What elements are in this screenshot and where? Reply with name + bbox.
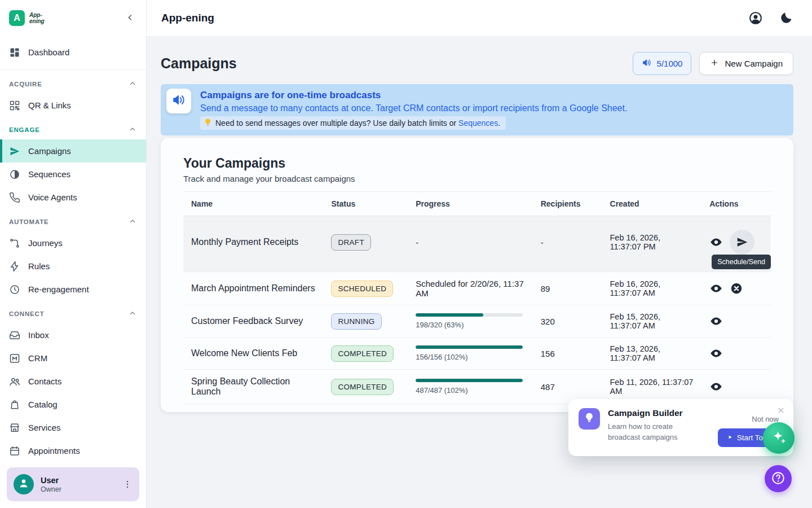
recipients-count: 320 [533, 305, 602, 338]
sidebar-item-catalog[interactable]: Catalog [0, 393, 146, 416]
sidebar-item-services[interactable]: Services [0, 416, 146, 439]
user-card[interactable]: User Owner [7, 467, 139, 501]
section-header-acquire[interactable]: ACQUIRE [0, 71, 146, 94]
sidebar-item-rules[interactable]: Rules [0, 255, 146, 278]
send-icon[interactable] [730, 230, 754, 255]
info-banner: Campaigns are for one-time broadcasts Se… [161, 84, 793, 135]
sequences-link[interactable]: Sequences [458, 119, 498, 128]
view-icon[interactable] [709, 282, 723, 295]
play-icon [727, 433, 733, 442]
section-header-connect[interactable]: CONNECT [0, 301, 146, 323]
card-subtitle: Track and manage your broadcast campaign… [183, 174, 771, 183]
progress-bar [416, 313, 523, 317]
actions-cell [701, 305, 771, 338]
sidebar-item-label: Services [28, 423, 61, 432]
clock-icon [9, 284, 20, 295]
created-date: Feb 15, 2026, 11:37:07 AM [602, 305, 702, 338]
chevron-up-icon [128, 125, 137, 135]
services-icon [9, 422, 20, 433]
sidebar-item-campaigns[interactable]: Campaigns [0, 139, 146, 163]
campaign-name: Monthly Payment Receipts [183, 216, 323, 272]
created-date: Feb 16, 2026, 11:37:07 AM [602, 272, 702, 305]
page-header: Campaigns 5/1000 New Campaign [161, 52, 793, 75]
recipients-count: 156 [533, 338, 602, 370]
actions-cell: Schedule/Send [701, 216, 771, 272]
campaign-row: Monthly Payment Receipts DRAFT - - Feb 1… [183, 216, 771, 272]
sidebar-item-crm[interactable]: CRM [0, 347, 146, 370]
actions-cell [701, 272, 771, 305]
table-header-row: NameStatusProgressRecipientsCreatedActio… [183, 192, 771, 216]
progress-caption: 156/156 (102%) [416, 353, 525, 361]
section-header-engage[interactable]: ENGAGE [0, 117, 146, 139]
progress-bar-fill [416, 345, 523, 349]
account-icon[interactable] [748, 10, 764, 26]
sidebar-collapse-button[interactable] [122, 10, 138, 26]
progress-text: - [416, 238, 525, 247]
sparkles-icon [770, 429, 787, 448]
status-badge: COMPLETED [331, 345, 394, 362]
status-badge: SCHEDULED [331, 281, 393, 297]
dashboard-group: Dashboard [0, 37, 146, 70]
campaign-name: Customer Feedback Survey [183, 305, 323, 338]
view-icon[interactable] [709, 380, 723, 393]
progress-cell: - [408, 216, 533, 272]
section-label: ENGAGE [9, 126, 40, 133]
plus-icon [710, 58, 719, 69]
created-date: Feb 16, 2026, 11:37:07 PM [602, 216, 702, 272]
section-header-automate[interactable]: AUTOMATE [0, 209, 146, 231]
campaign-name: Welcome New Clients Feb [183, 338, 323, 370]
sidebar-item-sequences[interactable]: Sequences [0, 163, 146, 186]
sidebar-item-label: Sequences [28, 169, 70, 179]
progress-bar [416, 379, 523, 382]
view-icon[interactable] [709, 235, 723, 249]
sidebar-item-voice-agents[interactable]: Voice Agents [0, 186, 146, 209]
help-fab[interactable] [765, 465, 792, 492]
campaign-row: Welcome New Clients Feb COMPLETED 156/15… [183, 338, 771, 370]
status-cell: SCHEDULED [323, 272, 408, 305]
column-header-recipients: Recipients [533, 192, 602, 216]
popup-body: Learn how to create broadcast campaigns [608, 422, 695, 443]
status-badge: RUNNING [331, 313, 381, 330]
sidebar-item-appointments[interactable]: Appointments [0, 439, 146, 462]
close-icon[interactable] [775, 405, 787, 416]
sidebar-item-inbox[interactable]: Inbox [0, 323, 146, 347]
progress-bar [416, 345, 523, 349]
sidebar-item-re-engagement[interactable]: Re-engagement [0, 278, 146, 301]
sidebar-item-journeys[interactable]: Journeys [0, 231, 146, 255]
campaigns-card: Your Campaigns Track and manage your bro… [161, 138, 793, 412]
view-icon[interactable] [709, 314, 723, 328]
journeys-icon [9, 238, 20, 249]
sidebar-item-contacts[interactable]: Contacts [0, 370, 146, 393]
status-cell: COMPLETED [323, 338, 408, 370]
tip-text: Need to send messages over multiple days… [215, 119, 500, 128]
view-icon[interactable] [709, 347, 723, 360]
ai-assistant-fab[interactable] [763, 422, 795, 454]
column-header-name: Name [183, 192, 323, 216]
user-role: Owner [41, 485, 113, 493]
status-cell: RUNNING [323, 305, 408, 338]
user-name: User [41, 476, 113, 485]
inbox-icon [9, 330, 20, 341]
logo-text: App- ening [29, 12, 45, 24]
dashboard-icon [9, 47, 20, 58]
dark-mode-moon-icon[interactable] [778, 10, 794, 26]
chevron-up-icon [128, 79, 137, 89]
topbar-icons [748, 10, 794, 26]
sidebar-item-dashboard[interactable]: Dashboard [0, 41, 146, 64]
question-icon [771, 471, 785, 487]
banner-icon-tile [166, 89, 191, 113]
cancel-icon[interactable] [730, 282, 743, 295]
created-date: Feb 13, 2026, 11:37:07 AM [602, 338, 702, 370]
new-campaign-button[interactable]: New Campaign [699, 52, 793, 75]
campaign-quota-badge[interactable]: 5/1000 [633, 52, 692, 75]
progress-bar-fill [416, 379, 523, 382]
chevron-left-icon [125, 12, 135, 24]
sidebar-item-qr-links[interactable]: QR & Links [0, 94, 146, 117]
sidebar-item-label: Contacts [28, 376, 61, 386]
banner-body: Send a message to many contacts at once.… [200, 103, 627, 113]
megaphone-icon [642, 58, 652, 69]
sidebar-item-label: Journeys [28, 238, 63, 248]
user-menu-icon[interactable] [120, 477, 135, 492]
bolt-icon [9, 261, 20, 272]
popup-title: Campaign Builder [608, 408, 695, 418]
